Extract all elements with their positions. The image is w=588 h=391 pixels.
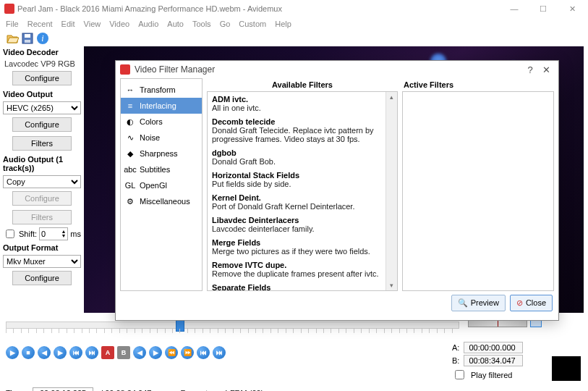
scrollbar[interactable]: ▴▾ [385, 92, 397, 290]
filter-item[interactable]: Horizontal Stack FieldsPut fields side b… [212, 171, 393, 188]
play-filtered-checkbox[interactable] [455, 370, 464, 379]
menu-view[interactable]: View [84, 20, 101, 28]
video-output-label: Video Output [3, 90, 81, 98]
svg-rect-2 [25, 40, 30, 43]
dialog-close-icon[interactable]: ✕ [538, 64, 554, 75]
prev-cut-button[interactable]: ◀ [133, 346, 146, 359]
shift-spinner[interactable]: 0▲▼ [39, 227, 68, 240]
menu-recent[interactable]: Recent [27, 20, 53, 28]
minimize-button[interactable]: — [500, 0, 529, 17]
audio-output-select[interactable]: Copy [3, 175, 81, 188]
filter-name: Merge Fields [212, 238, 393, 247]
category-label: Transform [140, 85, 176, 94]
video-configure-button[interactable]: Configure [12, 117, 72, 132]
format-configure-button[interactable]: Configure [12, 271, 72, 285]
close-button[interactable]: ✕ [558, 0, 587, 17]
scroll-down-icon[interactable]: ▾ [390, 282, 393, 289]
filter-item[interactable]: Libavdec DeinterlacersLavcodec deinterla… [212, 216, 393, 233]
prev-keyframe-button[interactable]: ⏮ [69, 346, 82, 359]
video-filters-button[interactable]: Filters [12, 136, 72, 151]
thumbnail [552, 356, 581, 381]
filter-category-list: ↔Transform≡Interlacing◐Colors∿Noise◆Shar… [120, 78, 203, 291]
category-label: Colors [140, 117, 163, 126]
category-label: OpenGl [140, 181, 167, 190]
mark-b-button[interactable]: B [117, 346, 130, 359]
preview-button[interactable]: 🔍Preview [451, 295, 506, 311]
filter-name: dgbob [212, 148, 393, 157]
category-label: Sharpness [140, 149, 178, 158]
available-filters-list[interactable]: ADM ivtc.All in one ivtc.Decomb telecide… [208, 92, 397, 290]
menu-edit[interactable]: Edit [61, 20, 75, 28]
filter-name: Libavdec Deinterlacers [212, 216, 393, 224]
close-button[interactable]: ⊘Close [510, 295, 553, 311]
filter-item[interactable]: Remove IVTC dupe.Remove the duplicate fr… [212, 261, 393, 278]
video-output-select[interactable]: HEVC (x265) [3, 101, 81, 114]
video-decoder-label: Video Decoder [3, 48, 81, 56]
audio-filters-button: Filters [12, 210, 72, 224]
category-opengl[interactable]: GLOpenGl [121, 177, 202, 193]
menu-file[interactable]: File [6, 20, 19, 28]
next-black-button[interactable]: ⏩ [181, 346, 194, 359]
output-format-label: Output Format [3, 243, 81, 252]
prev-black-button[interactable]: ⏪ [165, 346, 178, 359]
category-noise[interactable]: ∿Noise [121, 130, 202, 146]
play-button[interactable]: ▶ [6, 346, 19, 359]
filter-item[interactable]: ADM ivtc.All in one ivtc. [212, 95, 393, 112]
filter-item[interactable]: Separate FieldsSplit each image into 2 f… [212, 283, 393, 290]
save-icon[interactable] [21, 32, 34, 45]
category-subtitles[interactable]: abcSubtitles [121, 161, 202, 177]
next-keyframe-button[interactable]: ⏭ [85, 346, 98, 359]
goto-start-button[interactable]: ⏮ [197, 346, 210, 359]
filter-name: Decomb telecide [212, 117, 393, 126]
maximize-button[interactable]: ☐ [529, 0, 558, 17]
filter-item[interactable]: Kernel Deint.Port of Donald Graft Kernel… [212, 193, 393, 211]
menu-help[interactable]: Help [275, 20, 291, 28]
video-decoder-value: Lavcodec VP9 RGB [4, 59, 81, 68]
opengl-icon: GL [125, 180, 135, 190]
goto-end-button[interactable]: ⏭ [213, 346, 226, 359]
scroll-up-icon[interactable]: ▴ [390, 93, 393, 101]
menu-go[interactable]: Go [220, 20, 231, 28]
category-miscellaneous[interactable]: ⚙Miscellaneous [121, 193, 202, 209]
menu-auto[interactable]: Auto [167, 20, 184, 28]
menu-video[interactable]: Video [109, 20, 129, 28]
next-cut-button[interactable]: ▶ [149, 346, 162, 359]
filter-item[interactable]: Decomb telecideDonald Graft Telecide. Re… [212, 117, 393, 143]
filter-name: Separate Fields [212, 283, 393, 290]
timeline-track[interactable] [6, 321, 459, 329]
category-colors[interactable]: ◐Colors [121, 114, 202, 130]
info-icon[interactable]: i [36, 32, 49, 45]
help-icon[interactable]: ? [522, 64, 538, 75]
b-value: 00:08:34.047 [464, 355, 523, 366]
time-value[interactable]: 00:03:12.225 [33, 387, 93, 391]
decoder-configure-button[interactable]: Configure [12, 71, 72, 85]
filter-item[interactable]: Merge FieldsMerge two pictures as if the… [212, 238, 393, 256]
shift-unit: ms [70, 230, 81, 238]
active-filters-header: Active Filters [402, 78, 554, 91]
filter-desc: Donald Graft Telecide. Replace ivtc patt… [212, 126, 393, 143]
shift-checkbox[interactable] [6, 230, 14, 238]
preview-icon: 🔍 [458, 298, 468, 308]
category-sharpness[interactable]: ◆Sharpness [121, 146, 202, 161]
menubar: FileRecentEditViewVideoAudioAutoToolsGoC… [0, 17, 588, 30]
active-filters-panel: Active Filters [402, 78, 554, 291]
category-interlacing[interactable]: ≡Interlacing [121, 98, 202, 114]
menu-tools[interactable]: Tools [192, 20, 211, 28]
filter-desc: Lavcodec deinterlacer family. [212, 224, 393, 233]
window-title: Pearl Jam - Black 2016 Miami Amazing Per… [17, 4, 500, 13]
active-filters-list[interactable] [402, 91, 554, 291]
open-icon[interactable] [6, 32, 19, 45]
output-format-select[interactable]: Mkv Muxer [3, 255, 81, 268]
category-transform[interactable]: ↔Transform [121, 82, 202, 98]
miscellaneous-icon: ⚙ [125, 196, 135, 206]
stop-button[interactable]: ■ [22, 346, 35, 359]
menu-audio[interactable]: Audio [138, 20, 158, 28]
filter-item[interactable]: dgbobDonald Graft Bob. [212, 148, 393, 166]
sharpness-icon: ◆ [125, 148, 135, 159]
mark-a-button[interactable]: A [101, 346, 114, 359]
menu-custom[interactable]: Custom [239, 20, 266, 28]
transport-controls: ▶ ■ ◀ ▶ ⏮ ⏭ A B ◀ ▶ ⏪ ⏩ ⏮ ⏭ [6, 346, 226, 359]
next-frame-button[interactable]: ▶ [54, 346, 67, 359]
filter-desc: Port of Donald Graft Kernel Deinterlacer… [212, 202, 393, 211]
prev-frame-button[interactable]: ◀ [38, 346, 51, 359]
